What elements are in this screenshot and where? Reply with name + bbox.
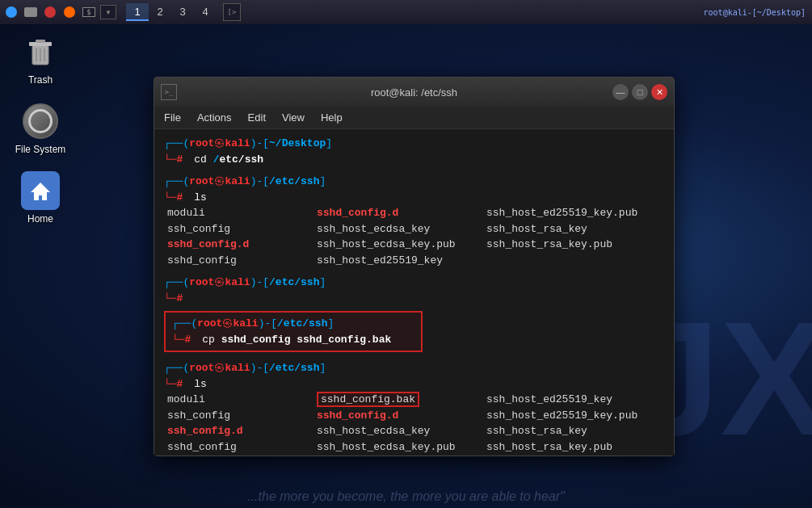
cmd-line-4b: └─# ls (164, 376, 664, 393)
workspace-2[interactable]: 2 (149, 3, 171, 21)
ls-row-3: sshd_config.d ssh_host_ecdsa_key.pub ssh… (167, 237, 664, 253)
filesystem-icon-img (21, 102, 60, 141)
prompt-bracket: ┌──( (164, 136, 189, 152)
ls-output-2: moduli sshd_config.bak ssh_host_ed25519_… (164, 392, 664, 455)
trash-icon-img (21, 32, 60, 71)
bg-quote: ...the more you become, the more you are… (0, 489, 812, 504)
ls2-row-4: sshd_config ssh_host_ecdsa_key.pub ssh_h… (167, 439, 664, 456)
prompt-root: root (189, 136, 214, 152)
cmd-line-3b: └─# (164, 291, 664, 307)
taskbar-app-icon-2[interactable] (23, 4, 39, 20)
taskbar-left: $ ▼ (0, 4, 120, 20)
menu-view[interactable]: View (279, 110, 308, 125)
filesystem-label: File System (15, 144, 66, 155)
home-icon-img (21, 171, 60, 210)
cmd-boxed: ┌──(root㉿kali)-[/etc/ssh] └─# cp sshd_co… (164, 311, 423, 352)
taskbar-app-icon-1[interactable] (3, 4, 19, 20)
home-label: Home (27, 213, 53, 225)
taskbar-extra-btn[interactable]: [> (223, 3, 241, 21)
cmd-line-1b: └─# cd /etc/ssh (164, 152, 664, 168)
terminal-menubar: File Actions Edit View Help (154, 107, 674, 129)
trash-label: Trash (28, 74, 53, 86)
terminal-content[interactable]: ┌──(root㉿kali)-[~/Desktop] └─# cd /etc/s… (154, 129, 674, 456)
menu-actions[interactable]: Actions (194, 110, 235, 125)
svg-marker-6 (31, 183, 50, 200)
cmd-line-4: ┌──(root㉿kali)-[/etc/ssh] (164, 360, 664, 376)
taskbar-right-text: root@kali-[~/Desktop] (704, 8, 812, 17)
terminal-title: root@kali: /etc/ssh (371, 86, 457, 99)
ls-row-4: sshd_config ssh_host_ed25519_key (167, 253, 664, 269)
ls-output-1: moduli sshd_config.d ssh_host_ed25519_ke… (164, 205, 664, 268)
desktop: $ ▼ 1 2 3 4 [> root@kali-[~/Desktop] (0, 0, 812, 508)
ls-row-2: ssh_config ssh_host_ecdsa_key ssh_host_r… (167, 221, 664, 237)
close-button[interactable]: ✕ (651, 84, 667, 100)
workspace-3[interactable]: 3 (171, 3, 194, 21)
workspace-4[interactable]: 4 (194, 3, 217, 21)
cmd-line-3: ┌──(root㉿kali)-[/etc/ssh] (164, 275, 664, 291)
ls2-row-2: ssh_config sshd_config.d ssh_host_ed2551… (167, 408, 664, 424)
trash-icon[interactable]: Trash (8, 32, 73, 86)
terminal-window: >_ root@kali: /etc/ssh — □ ✕ File Action… (154, 77, 675, 456)
terminal-titlebar: >_ root@kali: /etc/ssh — □ ✕ (154, 78, 674, 107)
desktop-icons: Trash File System Home (8, 32, 73, 225)
terminal-icon-left: >_ (161, 84, 177, 100)
taskbar-dropdown[interactable]: ▼ (100, 5, 116, 19)
terminal-controls: — □ ✕ (612, 84, 667, 100)
taskbar-app-icon-3[interactable] (42, 4, 58, 20)
filesystem-icon[interactable]: File System (8, 102, 73, 155)
maximize-button[interactable]: □ (632, 84, 648, 100)
minimize-button[interactable]: — (612, 84, 629, 100)
taskbar-workspaces: 1 2 3 4 (126, 3, 217, 21)
ls-row-1: moduli sshd_config.d ssh_host_ed25519_ke… (167, 205, 664, 221)
home-icon[interactable]: Home (8, 171, 73, 225)
taskbar-app-icon-4[interactable] (61, 4, 78, 20)
cmd-line-2b: └─# ls (164, 190, 664, 206)
cmd-line-2: ┌──(root㉿kali)-[/etc/ssh] (164, 174, 664, 190)
taskbar: $ ▼ 1 2 3 4 [> root@kali-[~/Desktop] (0, 0, 812, 24)
ls2-row-3: ssh_config.d ssh_host_ecdsa_key ssh_host… (167, 423, 664, 439)
workspace-1[interactable]: 1 (126, 3, 149, 21)
svg-rect-2 (36, 40, 45, 43)
menu-file[interactable]: File (161, 110, 184, 125)
cmd-line-1: ┌──(root㉿kali)-[~/Desktop] (164, 136, 664, 152)
menu-edit[interactable]: Edit (245, 110, 269, 125)
taskbar-terminal-icon[interactable]: $ (81, 4, 97, 20)
highlighted-file: sshd_config.bak (317, 392, 419, 407)
ls2-row-1: moduli sshd_config.bak ssh_host_ed25519_… (167, 392, 664, 408)
menu-help[interactable]: Help (318, 110, 346, 125)
